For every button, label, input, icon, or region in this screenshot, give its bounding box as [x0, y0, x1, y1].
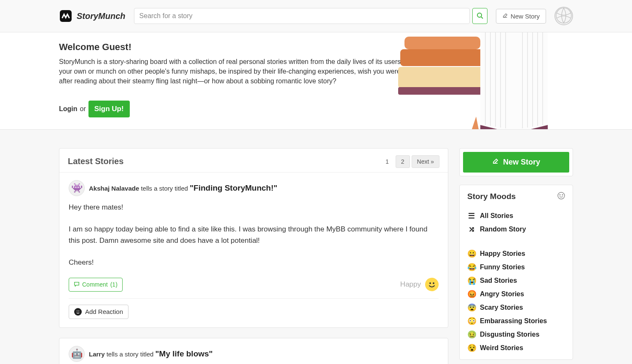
mood-embarassing[interactable]: 😳Embarassing Stories — [467, 316, 565, 326]
logo-icon — [59, 9, 72, 23]
latest-stories-card: Latest Stories 1 2 Next » 👾 Akshaj Nalav… — [59, 148, 448, 328]
mood-sad[interactable]: 😭Sad Stories — [467, 276, 565, 285]
comment-icon — [74, 281, 80, 288]
new-story-label: New Story — [511, 13, 540, 20]
story-mood: Happy — [400, 278, 439, 291]
globe-icon — [555, 7, 572, 25]
header-bar: StoryMunch New Story — [0, 0, 632, 32]
story-title[interactable]: "Finding StoryMunch!" — [190, 183, 277, 192]
user-avatar[interactable] — [554, 7, 573, 25]
story-moods-card: Story Moods ☰ All Stories ⤭ Random Story — [459, 185, 573, 360]
weird-icon: 😵 — [467, 343, 476, 353]
svg-point-18 — [429, 282, 431, 284]
search-button[interactable] — [472, 8, 487, 24]
svg-point-23 — [560, 194, 560, 195]
page-next-button[interactable]: Next » — [412, 155, 439, 168]
mood-label: Angry Stories — [480, 290, 524, 298]
smile-outline-icon — [557, 192, 565, 201]
add-reaction-button[interactable]: Add Reaction — [69, 305, 129, 319]
search-icon — [477, 12, 483, 20]
latest-stories-title: Latest Stories — [68, 157, 123, 166]
auth-row: Login or Sign Up! — [59, 101, 426, 117]
author-name[interactable]: Larry — [89, 351, 105, 358]
welcome-title: Welcome Guest! — [59, 42, 426, 53]
brand-name: StoryMunch — [77, 11, 126, 21]
story-body: Hey there mates! I am so happy today bei… — [69, 202, 439, 268]
page-current: 1 — [380, 156, 394, 167]
new-story-button-sidebar[interactable]: New Story — [463, 152, 569, 173]
svg-point-24 — [562, 194, 563, 195]
story-title[interactable]: "My life blows" — [155, 349, 213, 358]
disgusting-icon: 🤢 — [467, 330, 476, 339]
welcome-hero: Welcome Guest! StoryMunch is a story-sha… — [0, 32, 632, 130]
story-moods-title: Story Moods — [467, 192, 516, 201]
funny-icon: 😂 — [467, 263, 476, 272]
mood-label: Disgusting Stories — [480, 331, 539, 338]
random-story-link[interactable]: ⤭ Random Story — [467, 225, 565, 234]
mood-scary[interactable]: 😨Scary Stories — [467, 303, 565, 312]
svg-point-3 — [556, 8, 571, 23]
svg-point-1 — [477, 13, 482, 17]
comment-button[interactable]: Comment (1) — [69, 278, 123, 292]
story-item: 👾 Akshaj Nalavade tells a story titled "… — [59, 172, 448, 327]
mood-label: Weird Stories — [480, 344, 523, 352]
smiley-icon — [74, 308, 82, 316]
svg-line-2 — [481, 17, 483, 19]
happy-icon — [425, 278, 439, 291]
mood-label: Sad Stories — [480, 277, 517, 284]
author-name[interactable]: Akshaj Nalavade — [89, 185, 139, 192]
svg-point-19 — [433, 282, 434, 284]
author-avatar[interactable]: 🤖 — [69, 346, 85, 362]
search-form — [134, 8, 487, 24]
mood-label: Happy — [400, 280, 421, 289]
svg-point-20 — [77, 311, 78, 311]
svg-point-22 — [558, 192, 565, 199]
all-stories-link[interactable]: ☰ All Stories — [467, 211, 565, 221]
sad-icon: 😭 — [467, 276, 476, 285]
brand-logo[interactable]: StoryMunch — [59, 9, 126, 23]
svg-point-21 — [78, 311, 79, 311]
mood-funny[interactable]: 😂Funny Stories — [467, 263, 565, 272]
mood-angry[interactable]: 😡Angry Stories — [467, 290, 565, 299]
tells-label: tells a story titled — [107, 351, 154, 358]
shuffle-icon: ⤭ — [467, 225, 476, 234]
scary-icon: 😨 — [467, 303, 476, 312]
mood-label: Scary Stories — [480, 304, 523, 311]
embarassing-icon: 😳 — [467, 316, 476, 326]
random-story-label: Random Story — [480, 226, 526, 233]
edit-icon — [502, 13, 508, 20]
add-reaction-label: Add Reaction — [85, 308, 123, 315]
search-input[interactable] — [134, 8, 470, 24]
page-2-button[interactable]: 2 — [396, 155, 410, 168]
happy-icon: 😀 — [467, 249, 476, 258]
story-card: 🤖 Larry tells a story titled "My life bl… — [59, 338, 448, 364]
author-avatar[interactable]: 👾 — [69, 180, 85, 196]
pagination: 1 2 Next » — [380, 155, 439, 168]
new-story-button-header[interactable]: New Story — [496, 9, 546, 24]
mood-happy[interactable]: 😀Happy Stories — [467, 249, 565, 258]
mood-label: Happy Stories — [480, 250, 525, 258]
new-story-label: New Story — [503, 158, 540, 167]
mood-label: Embarassing Stories — [480, 317, 547, 325]
signup-button[interactable]: Sign Up! — [88, 101, 130, 117]
tells-label: tells a story titled — [141, 185, 188, 192]
all-stories-label: All Stories — [480, 212, 513, 220]
mood-disgusting[interactable]: 🤢Disgusting Stories — [467, 330, 565, 339]
login-link[interactable]: Login — [59, 105, 78, 113]
edit-icon — [492, 158, 499, 167]
mood-weird[interactable]: 😵Weird Stories — [467, 343, 565, 353]
auth-or: or — [80, 105, 86, 113]
books-illustration — [396, 32, 594, 130]
list-icon: ☰ — [467, 211, 476, 221]
svg-rect-0 — [60, 10, 72, 22]
comment-label: Comment — [82, 281, 108, 288]
angry-icon: 😡 — [467, 290, 476, 299]
new-story-card: New Story — [459, 148, 573, 176]
welcome-description: StoryMunch is a story-sharing board with… — [59, 57, 426, 86]
mood-label: Funny Stories — [480, 263, 525, 271]
comment-count: (1) — [110, 281, 118, 288]
